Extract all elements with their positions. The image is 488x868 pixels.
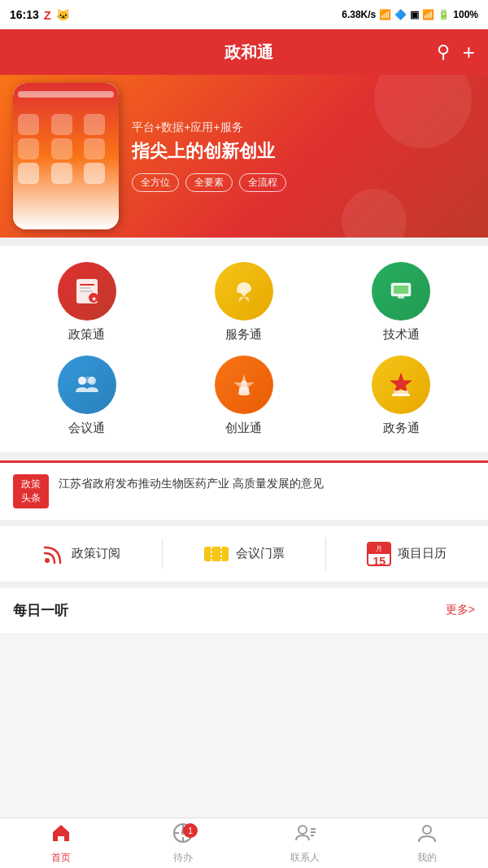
daily-title: 每日一听 — [13, 601, 68, 620]
status-icon-z: Z — [44, 8, 51, 22]
status-battery-icon: 🔋 — [438, 9, 450, 20]
nav-mine-label: 我的 — [417, 851, 437, 865]
daily-more[interactable]: 更多> — [446, 603, 475, 617]
banner-tag: 全方位 — [132, 173, 179, 192]
section-divider-2 — [0, 452, 488, 460]
status-time: 16:13 — [10, 8, 39, 21]
contacts-icon — [294, 822, 316, 848]
svg-rect-11 — [85, 377, 94, 383]
ticket-label: 会议门票 — [236, 546, 285, 561]
nav-home[interactable]: 首页 — [0, 818, 122, 868]
status-right: 6.38K/s 📶 🔷 ▣ 📶 🔋 100% — [342, 9, 478, 20]
header: 政和通 ⚲ + — [0, 29, 488, 75]
svg-text:★: ★ — [90, 295, 96, 303]
bottom-nav: 首页 1 待办 联系人 — [0, 818, 488, 868]
calendar-label: 项目日历 — [398, 546, 447, 561]
quick-action-calendar[interactable]: 月 15 项目日历 — [326, 539, 488, 569]
home-icon — [50, 822, 72, 848]
icon-label-meeting: 会议通 — [68, 421, 105, 436]
svg-rect-14 — [392, 394, 410, 396]
status-nfc-icon: ▣ — [410, 9, 419, 20]
status-battery: 100% — [453, 9, 478, 20]
banner-text: 平台+数据+应用+服务 指尖上的创新创业 全方位全要素全流程 — [119, 107, 488, 205]
icon-item-startup[interactable]: 创业通 — [165, 355, 322, 436]
calendar-date: 15 — [368, 554, 390, 566]
quick-action-ticket[interactable]: 会议门票 — [163, 538, 325, 570]
icon-grid: ★政策通服务通技术通会议通创业通政务通 — [0, 246, 488, 452]
icon-item-service[interactable]: 服务通 — [165, 262, 322, 342]
icon-item-meeting[interactable]: 会议通 — [8, 355, 165, 436]
svg-rect-12 — [239, 387, 249, 395]
svg-point-26 — [298, 826, 307, 834]
svg-point-30 — [423, 826, 431, 834]
svg-rect-1 — [80, 284, 94, 286]
banner-tags: 全方位全要素全流程 — [132, 173, 475, 192]
header-title: 政和通 — [62, 41, 437, 63]
section-divider-1 — [0, 238, 488, 246]
status-left: 16:13 Z 🐱 — [10, 8, 70, 22]
nav-contacts-label: 联系人 — [290, 851, 320, 865]
add-icon[interactable]: + — [463, 40, 475, 65]
banner: 平台+数据+应用+服务 指尖上的创新创业 全方位全要素全流程 — [0, 75, 488, 238]
svg-rect-8 — [398, 296, 404, 299]
icon-label-startup: 创业通 — [225, 421, 262, 436]
nav-home-label: 首页 — [51, 851, 71, 865]
icon-item-tech[interactable]: 技术通 — [323, 262, 480, 342]
svg-rect-7 — [394, 286, 408, 294]
status-signal-icon: 📶 — [379, 9, 391, 20]
status-wifi-icon: 📶 — [422, 9, 434, 20]
svg-rect-3 — [80, 290, 93, 292]
quick-actions: 政策订阅 会议门票 月 15 项目日历 — [0, 520, 488, 582]
quick-action-subscribe[interactable]: 政策订阅 — [0, 539, 163, 569]
banner-phone — [13, 83, 119, 229]
todo-badge: 1 — [183, 823, 198, 838]
policy-section[interactable]: 政策头条 江苏省政府发布推动生物医药产业 高质量发展的意见 — [0, 460, 488, 520]
status-icon-cat: 🐱 — [56, 8, 70, 21]
svg-point-15 — [45, 558, 50, 563]
policy-text: 江苏省政府发布推动生物医药产业 高质量发展的意见 — [59, 474, 475, 492]
rss-icon — [42, 543, 65, 565]
nav-contacts[interactable]: 联系人 — [244, 818, 366, 868]
person-icon — [416, 822, 438, 848]
search-icon[interactable]: ⚲ — [437, 41, 450, 63]
banner-tag: 全流程 — [239, 173, 286, 192]
svg-rect-2 — [80, 287, 91, 289]
icon-item-gov[interactable]: 政务通 — [323, 355, 480, 436]
policy-tag: 政策头条 — [13, 474, 49, 508]
icon-item-policy[interactable]: ★政策通 — [8, 262, 165, 342]
banner-subtitle: 平台+数据+应用+服务 — [132, 120, 475, 135]
icon-label-policy: 政策通 — [68, 327, 105, 342]
status-bluetooth-icon: 🔷 — [394, 9, 407, 20]
subscribe-label: 政策订阅 — [72, 546, 120, 561]
status-network: 6.38K/s — [342, 9, 376, 20]
status-bar: 16:13 Z 🐱 6.38K/s 📶 🔷 ▣ 📶 🔋 100% — [0, 0, 488, 29]
icon-label-tech: 技术通 — [383, 327, 420, 342]
daily-section: 每日一听 更多> — [0, 582, 488, 633]
icon-label-gov: 政务通 — [383, 421, 420, 436]
svg-rect-16 — [204, 547, 229, 561]
icon-label-service: 服务通 — [225, 327, 262, 342]
header-icons: ⚲ + — [437, 40, 475, 65]
nav-todo-label: 待办 — [173, 851, 193, 865]
nav-todo[interactable]: 1 待办 — [122, 818, 244, 868]
nav-mine[interactable]: 我的 — [366, 818, 488, 868]
calendar-icon: 月 15 — [367, 542, 391, 566]
ticket-icon — [203, 541, 229, 567]
banner-tag: 全要素 — [185, 173, 233, 192]
